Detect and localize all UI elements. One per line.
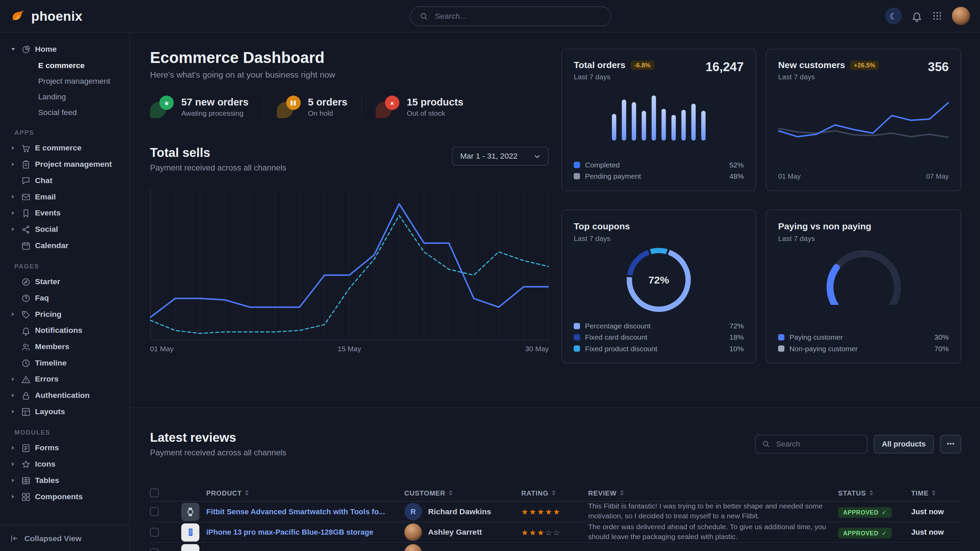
compass-icon: [21, 277, 31, 287]
row-checkbox[interactable]: [150, 549, 159, 551]
apps-menu-button[interactable]: [932, 11, 943, 21]
row-checkbox[interactable]: [150, 507, 159, 516]
reviews-search: [755, 435, 867, 453]
chevron-right-icon: [9, 211, 17, 215]
sidebar-item-forms[interactable]: Forms: [9, 440, 125, 456]
sidebar-item-timeline[interactable]: Timeline: [9, 355, 125, 371]
share-icon: [21, 225, 31, 234]
page-subtitle: Here's what's going on at your business …: [150, 70, 549, 79]
legend-swatch: [778, 345, 784, 352]
legend-swatch: [778, 334, 784, 340]
sidebar-item-project-management-dashboard[interactable]: Project management: [9, 73, 125, 89]
check-icon: ✓: [881, 509, 887, 516]
legend-swatch: [574, 323, 580, 329]
reviews-controls: All products ⋯: [755, 435, 961, 453]
notifications-button[interactable]: [911, 10, 923, 21]
theme-toggle-button[interactable]: ☾: [885, 8, 902, 24]
star-icon: [21, 459, 31, 469]
sidebar-item-errors[interactable]: Errors: [9, 371, 125, 387]
envelope-icon: [21, 192, 31, 202]
chevron-down-icon: [9, 48, 17, 50]
select-all-checkbox[interactable]: [150, 488, 159, 497]
sidebar-item-landing[interactable]: Landing: [9, 89, 125, 105]
sidebar-item-home[interactable]: Home: [9, 41, 125, 57]
pause-badge-icon: [277, 95, 300, 118]
more-options-button[interactable]: ⋯: [940, 435, 961, 453]
column-header-review[interactable]: REVIEW: [588, 489, 830, 497]
question-circle-icon: [21, 293, 31, 303]
total-orders-value: 16,247: [706, 60, 744, 74]
sidebar-item-starter[interactable]: Starter: [9, 274, 125, 290]
legend-item: Non-paying customer 70%: [778, 345, 949, 352]
sidebar-item-calendar[interactable]: Calendar: [9, 237, 125, 254]
sidebar-item-social[interactable]: Social: [9, 221, 125, 238]
product-link[interactable]: Fitbit Sense Advanced Smartwatch with To…: [206, 507, 385, 516]
legend-item: Percentage discount 72%: [574, 322, 744, 330]
status-badge: APPROVED✓: [838, 507, 892, 517]
column-header-customer[interactable]: CUSTOMER: [404, 489, 514, 497]
sidebar-item-members[interactable]: Members: [9, 339, 125, 355]
column-header-product[interactable]: PRODUCT: [181, 489, 397, 497]
sidebar-item-notifications[interactable]: Notifications: [9, 322, 125, 339]
sidebar-home-children: E commerce Project management Landing So…: [9, 57, 125, 120]
star-badge-icon: ★: [150, 95, 174, 118]
stat-orders-on-hold: 5 orders On hold: [262, 95, 361, 118]
column-header-time[interactable]: TIME: [911, 489, 961, 497]
column-header-status[interactable]: STATUS: [838, 489, 904, 497]
kpi-cards: Total orders -6.8% Last 7 days 16,247: [561, 49, 961, 364]
user-avatar[interactable]: [952, 7, 970, 25]
sidebar-item-authentication[interactable]: Authentication: [9, 387, 125, 403]
sidebar-item-pricing[interactable]: Pricing: [9, 306, 125, 322]
sidebar-item-faq[interactable]: Faq: [9, 290, 125, 306]
sidebar-item-project-management-app[interactable]: Project management: [9, 156, 125, 173]
sidebar-item-icons[interactable]: Icons: [9, 456, 125, 472]
change-badge: +26.5%: [850, 60, 879, 70]
rating-stars: ★★★☆☆: [521, 527, 581, 537]
search-input[interactable]: [434, 11, 602, 21]
chevron-right-icon: [9, 227, 17, 231]
chevron-right-icon: [9, 446, 17, 450]
sidebar-item-events[interactable]: Events: [9, 205, 125, 221]
collapse-sidebar-button[interactable]: Collapsed View: [0, 525, 129, 551]
clipboard-icon: [21, 160, 31, 169]
table-row: Fitbit Sense Advanced Smartwatch with To…: [150, 502, 961, 522]
sidebar-item-chat[interactable]: Chat: [9, 173, 125, 189]
brand[interactable]: phoenix: [10, 8, 83, 24]
all-products-button[interactable]: All products: [874, 435, 934, 453]
navbar-actions: ☾: [885, 7, 970, 25]
new-customers-line-chart: [778, 91, 949, 156]
row-checkbox[interactable]: [150, 528, 159, 537]
column-header-rating[interactable]: RATING: [521, 489, 581, 497]
date-range-select[interactable]: Mar 1 - 31, 2022: [452, 147, 549, 165]
page-title: Ecommerce Dashboard: [150, 49, 549, 67]
sidebar-item-ecommerce-app[interactable]: E commerce: [9, 140, 125, 156]
legend-item: Paying customer 30%: [778, 333, 949, 341]
paying-gauge-chart: [816, 244, 910, 305]
chevron-right-icon: [9, 313, 17, 316]
phoenix-logo-icon: [10, 8, 26, 24]
donut-center-label: 72%: [626, 248, 691, 313]
stats-row: ★ 57 new orders Awating processing: [150, 95, 549, 118]
sidebar-item-components[interactable]: Components: [9, 488, 125, 505]
top-navbar: phoenix ☾: [0, 0, 980, 32]
stat-out-of-stock: × 15 products Out of stock: [361, 95, 477, 118]
sidebar-item-layouts[interactable]: Layouts: [9, 403, 125, 420]
sidebar-item-ecommerce-dashboard[interactable]: E commerce: [9, 57, 125, 73]
product-link[interactable]: iPhone 13 pro max-Pacific Blue-128GB sto…: [206, 528, 374, 537]
chevron-right-icon: [9, 394, 17, 397]
search-icon: [762, 440, 770, 448]
app: phoenix ☾: [0, 0, 980, 551]
sidebar-item-social-feed[interactable]: Social feed: [9, 105, 125, 120]
product-thumbnail-smartwatch: [181, 503, 199, 521]
cross-badge-icon: ×: [375, 95, 399, 118]
sidebar-item-email[interactable]: Email: [9, 189, 125, 205]
sort-icon: [245, 491, 248, 495]
reviews-search-input[interactable]: [775, 439, 861, 449]
sidebar-item-tables[interactable]: Tables: [9, 472, 125, 489]
clock-icon: [21, 358, 31, 368]
latest-reviews-title: Latest reviews: [150, 430, 287, 445]
customer-name: Richard Dawkins: [428, 507, 491, 516]
dashboard-top: Ecommerce Dashboard Here's what's going …: [130, 32, 980, 364]
customer-avatar: R: [404, 503, 422, 520]
sidebar-section-pages: PAGES: [14, 263, 124, 270]
